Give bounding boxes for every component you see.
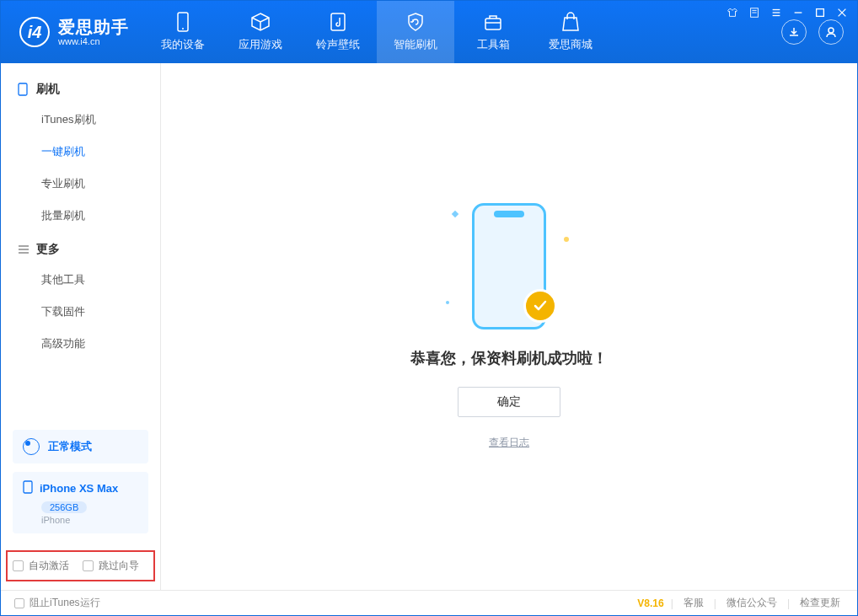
success-message: 恭喜您，保资料刷机成功啦！	[410, 348, 608, 368]
brand-subtitle: www.i4.cn	[58, 36, 129, 46]
phone-icon	[173, 12, 193, 32]
menu-icon	[18, 244, 29, 254]
svg-rect-7	[817, 9, 824, 17]
mode-label: 正常模式	[48, 439, 92, 454]
version-label: V8.16	[637, 597, 663, 609]
sidebar-item-itunes-flash[interactable]: iTunes刷机	[1, 104, 160, 136]
download-manager-button[interactable]	[781, 19, 807, 45]
svg-rect-20	[24, 481, 32, 493]
nav-tabs: 我的设备 应用游戏 铃声壁纸 智能刷机 工具箱 爱思商城	[144, 1, 609, 63]
bottom-options-row: 自动激活 跳过向导	[6, 550, 155, 581]
mode-icon	[23, 438, 40, 455]
cube-icon	[250, 12, 271, 32]
device-subtype: iPhone	[41, 515, 138, 525]
shield-refresh-icon	[405, 12, 426, 32]
tab-label: 铃声壁纸	[316, 37, 360, 52]
sidebar-item-oneclick-flash[interactable]: 一键刷机	[1, 136, 160, 168]
tab-my-device[interactable]: 我的设备	[144, 1, 222, 63]
user-account-button[interactable]	[818, 19, 844, 45]
bag-icon	[560, 12, 581, 32]
sidebar: 刷机 iTunes刷机 一键刷机 专业刷机 批量刷机 更多 其他工具 下载固件 …	[1, 63, 161, 590]
tab-label: 智能刷机	[394, 37, 437, 52]
device-card[interactable]: iPhone XS Max 256GB iPhone	[13, 472, 148, 533]
svg-rect-12	[331, 13, 345, 30]
note-icon[interactable]	[748, 6, 761, 19]
success-check-badge	[523, 289, 557, 323]
phone-icon	[18, 83, 29, 96]
tab-apps-games[interactable]: 应用游戏	[222, 1, 299, 63]
tab-ringtones-wallpapers[interactable]: 铃声壁纸	[299, 1, 377, 63]
checkbox-icon	[83, 560, 94, 571]
svg-point-11	[182, 28, 184, 29]
mode-card[interactable]: 正常模式	[13, 430, 148, 463]
sidebar-item-other-tools[interactable]: 其他工具	[1, 264, 160, 296]
device-block: 正常模式 iPhone XS Max 256GB iPhone	[1, 421, 160, 547]
sidebar-item-advanced[interactable]: 高级功能	[1, 328, 160, 360]
sidebar-item-batch-flash[interactable]: 批量刷机	[1, 200, 160, 232]
tab-label: 应用游戏	[239, 37, 282, 52]
maximize-icon[interactable]	[813, 6, 827, 19]
content-pane: 恭喜您，保资料刷机成功啦！ 确定 查看日志	[161, 63, 857, 590]
checkbox-label: 阻止iTunes运行	[29, 596, 100, 610]
device-storage-badge: 256GB	[41, 501, 87, 513]
brand: i4 爱思助手 www.i4.cn	[1, 1, 144, 63]
main-area: 刷机 iTunes刷机 一键刷机 专业刷机 批量刷机 更多 其他工具 下载固件 …	[1, 63, 857, 590]
skip-guide-checkbox[interactable]: 跳过向导	[83, 559, 139, 573]
sidebar-group-label: 更多	[36, 242, 60, 257]
device-name: iPhone XS Max	[40, 482, 118, 495]
tab-smart-flash[interactable]: 智能刷机	[377, 1, 454, 63]
auto-activate-checkbox[interactable]: 自动激活	[13, 559, 69, 573]
device-phone-icon	[23, 480, 33, 496]
ok-button[interactable]: 确定	[458, 387, 560, 417]
tab-label: 我的设备	[161, 37, 205, 52]
checkbox-icon	[14, 598, 24, 608]
sidebar-group-more: 更多	[1, 232, 160, 264]
success-illustration	[446, 203, 572, 329]
svg-rect-16	[19, 83, 27, 95]
brand-logo-icon: i4	[19, 17, 50, 47]
wechat-link[interactable]: 微信公众号	[723, 596, 780, 610]
window-controls	[726, 6, 849, 19]
tab-toolbox[interactable]: 工具箱	[454, 1, 532, 63]
tab-label: 爱思商城	[549, 37, 593, 52]
sidebar-group-label: 刷机	[36, 82, 60, 97]
checkbox-label: 自动激活	[29, 559, 69, 573]
tab-store[interactable]: 爱思商城	[532, 1, 609, 63]
sparkle-icon	[452, 211, 458, 217]
brand-title: 爱思助手	[58, 18, 129, 36]
sparkle-icon	[564, 237, 569, 242]
tshirt-icon[interactable]	[726, 6, 739, 19]
sidebar-group-flash: 刷机	[1, 72, 160, 104]
svg-rect-13	[485, 19, 501, 29]
close-icon[interactable]	[835, 6, 849, 19]
status-bar: 阻止iTunes运行 V8.16 | 客服 | 微信公众号 | 检查更新	[1, 590, 857, 615]
checkbox-label: 跳过向导	[99, 559, 139, 573]
toolbox-icon	[483, 12, 503, 32]
view-log-link[interactable]: 查看日志	[489, 436, 529, 450]
support-link[interactable]: 客服	[680, 596, 707, 610]
music-file-icon	[328, 12, 348, 32]
menu-icon[interactable]	[770, 6, 783, 19]
tab-label: 工具箱	[477, 37, 510, 52]
sparkle-icon	[446, 301, 449, 304]
block-itunes-checkbox[interactable]: 阻止iTunes运行	[14, 596, 100, 610]
checkbox-icon	[13, 560, 24, 571]
minimize-icon[interactable]	[791, 6, 805, 19]
sidebar-item-pro-flash[interactable]: 专业刷机	[1, 168, 160, 200]
svg-point-15	[829, 28, 834, 33]
sidebar-item-download-firmware[interactable]: 下载固件	[1, 296, 160, 328]
top-bar: i4 爱思助手 www.i4.cn 我的设备 应用游戏 铃声壁纸 智能刷机 工具…	[1, 1, 857, 63]
check-update-link[interactable]: 检查更新	[796, 596, 844, 610]
